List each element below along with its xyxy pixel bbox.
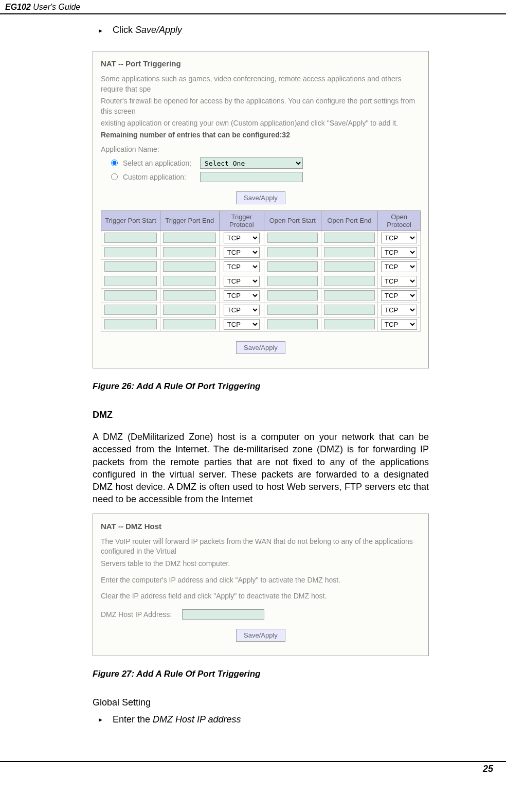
th-open-end: Open Port End	[321, 210, 378, 231]
select-app-row: Select an application: Select One	[111, 157, 421, 169]
open-proto-select[interactable]: TCP	[381, 290, 417, 301]
radio-custom-app[interactable]	[111, 173, 118, 180]
table-row: TCPTCP	[101, 231, 421, 245]
save-apply-button-1[interactable]: Save/Apply	[236, 191, 285, 204]
port-triggering-table: Trigger Port Start Trigger Port End Trig…	[101, 210, 421, 332]
trigger-end-input[interactable]	[163, 247, 215, 257]
trigger-end-input[interactable]	[163, 276, 215, 286]
radio-custom-label: Custom application:	[123, 173, 200, 181]
trigger-start-input[interactable]	[104, 276, 157, 286]
open-start-input[interactable]	[267, 247, 318, 257]
table-row: TCPTCP	[101, 303, 421, 317]
th-trigger-start: Trigger Port Start	[101, 210, 160, 231]
save-row-1: Save/Apply	[101, 191, 421, 204]
product-name: EG102	[5, 3, 31, 11]
ss2-title: NAT -- DMZ Host	[101, 522, 421, 531]
global-setting-heading: Global Setting	[93, 697, 429, 708]
custom-app-input[interactable]	[200, 172, 303, 182]
bullet-arrow-icon: ▸	[99, 26, 102, 34]
page-number: 25	[0, 761, 506, 780]
open-start-input[interactable]	[267, 305, 318, 315]
custom-app-row: Custom application:	[111, 172, 421, 182]
ss2-desc1: The VoIP router will forward IP packets …	[101, 537, 421, 557]
figure-27-caption: Figure 27: Add A Rule Of Port Triggering	[93, 669, 429, 679]
trigger-proto-select[interactable]: TCP	[224, 305, 260, 315]
trigger-start-input[interactable]	[104, 261, 157, 272]
save-apply-button-2[interactable]: Save/Apply	[236, 341, 285, 354]
trigger-end-input[interactable]	[163, 233, 215, 243]
app-name-label: Application Name:	[101, 145, 421, 153]
save-apply-button-3[interactable]: Save/Apply	[236, 629, 285, 642]
bullet-prefix: Click	[113, 25, 135, 35]
trigger-proto-select[interactable]: TCP	[224, 290, 260, 301]
open-start-input[interactable]	[267, 261, 318, 272]
dmz-ip-row: DMZ Host IP Address:	[101, 609, 421, 620]
ss2-desc4: Clear the IP address field and click "Ap…	[101, 591, 421, 602]
open-end-input[interactable]	[324, 233, 374, 243]
open-start-input[interactable]	[267, 276, 318, 286]
open-start-input[interactable]	[267, 319, 318, 329]
radio-select-app[interactable]	[111, 160, 118, 166]
page-content: ▸ Click Save/Apply NAT -- Port Triggerin…	[0, 14, 506, 751]
table-row: TCPTCP	[101, 274, 421, 288]
th-open-start: Open Port Start	[264, 210, 321, 231]
ss1-desc2: Router's firewall be opened for access b…	[101, 96, 421, 116]
open-end-input[interactable]	[324, 290, 374, 301]
trigger-proto-select[interactable]: TCP	[224, 247, 260, 258]
trigger-end-input[interactable]	[163, 290, 215, 301]
page-header: EG102 User's Guide	[0, 0, 506, 14]
bullet2-prefix: Enter the	[113, 714, 153, 725]
dmz-ip-label: DMZ Host IP Address:	[101, 610, 172, 619]
screenshot-dmz-host: NAT -- DMZ Host The VoIP router will for…	[93, 514, 429, 656]
ss1-remaining: Remaining number of entries that can be …	[101, 131, 421, 139]
trigger-start-input[interactable]	[104, 290, 157, 301]
trigger-proto-select[interactable]: TCP	[224, 319, 260, 330]
ss2-desc2: Servers table to the DMZ host computer.	[101, 559, 421, 569]
open-end-input[interactable]	[324, 305, 374, 315]
trigger-end-input[interactable]	[163, 261, 215, 272]
th-open-proto: Open Protocol	[378, 210, 421, 231]
ss1-title: NAT -- Port Triggering	[101, 59, 421, 68]
ss2-desc3: Enter the computer's IP address and clic…	[101, 575, 421, 586]
dmz-ip-input[interactable]	[182, 609, 264, 620]
dmz-heading: DMZ	[93, 410, 429, 420]
trigger-start-input[interactable]	[104, 319, 157, 329]
save-row-3: Save/Apply	[101, 629, 421, 642]
trigger-start-input[interactable]	[104, 305, 157, 315]
bullet-action: Save/Apply	[135, 25, 182, 35]
bullet-click-save: ▸ Click Save/Apply	[99, 25, 429, 36]
select-application-dropdown[interactable]: Select One	[200, 157, 303, 169]
open-proto-select[interactable]: TCP	[381, 319, 417, 330]
open-end-input[interactable]	[324, 276, 374, 286]
th-trigger-proto: Trigger Protocol	[219, 210, 264, 231]
open-proto-select[interactable]: TCP	[381, 233, 417, 243]
open-proto-select[interactable]: TCP	[381, 276, 417, 287]
open-proto-select[interactable]: TCP	[381, 305, 417, 315]
bullet-enter-dmz: ▸ Enter the DMZ Host IP address	[99, 714, 429, 725]
ss1-desc3: existing application or creating your ow…	[101, 118, 421, 129]
open-end-input[interactable]	[324, 247, 374, 257]
open-proto-select[interactable]: TCP	[381, 247, 417, 258]
table-row: TCPTCP	[101, 288, 421, 303]
table-row: TCPTCP	[101, 259, 421, 274]
header-suffix: User's Guide	[31, 3, 80, 11]
screenshot-port-triggering: NAT -- Port Triggering Some applications…	[93, 51, 429, 368]
dmz-body: A DMZ (DeMilitarized Zone) host is a com…	[93, 431, 429, 506]
open-end-input[interactable]	[324, 261, 374, 272]
trigger-proto-select[interactable]: TCP	[224, 261, 260, 272]
table-row: TCPTCP	[101, 245, 421, 259]
open-start-input[interactable]	[267, 233, 318, 243]
th-trigger-end: Trigger Port End	[160, 210, 219, 231]
figure-26-caption: Figure 26: Add A Rule Of Port Triggering	[93, 381, 429, 392]
open-start-input[interactable]	[267, 290, 318, 301]
trigger-proto-select[interactable]: TCP	[224, 233, 260, 243]
trigger-end-input[interactable]	[163, 305, 215, 315]
trigger-proto-select[interactable]: TCP	[224, 276, 260, 287]
ss1-desc1: Some applications such as games, video c…	[101, 74, 421, 94]
trigger-start-input[interactable]	[104, 247, 157, 257]
open-proto-select[interactable]: TCP	[381, 261, 417, 272]
bullet-arrow-icon-2: ▸	[99, 715, 102, 723]
open-end-input[interactable]	[324, 319, 374, 329]
trigger-end-input[interactable]	[163, 319, 215, 329]
trigger-start-input[interactable]	[104, 233, 157, 243]
